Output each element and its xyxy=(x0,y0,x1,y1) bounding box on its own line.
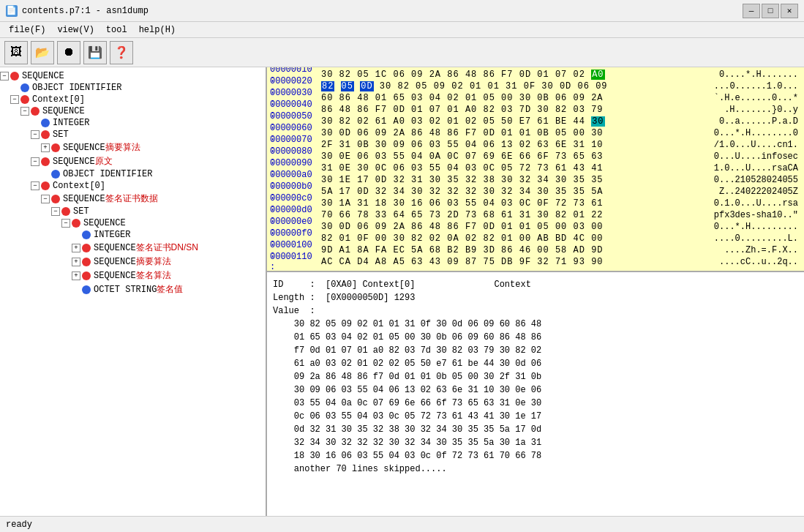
hex-row-0[interactable]: 00000010 : 30 82 05 1C 06 09 2A 86 48 86… xyxy=(267,69,804,80)
tree-label-cn-17: 签名值 xyxy=(157,283,183,296)
hex-row-7[interactable]: 00000080 : 30 0E 06 03 55 04 0A 0C 07 69… xyxy=(267,151,804,162)
expand-btn-15[interactable]: + xyxy=(72,258,80,266)
expand-btn-16[interactable]: + xyxy=(72,271,80,280)
tree-item-8[interactable]: OBJECT IDENTIFIER xyxy=(0,168,266,180)
hex-ascii-0: 0....*.H....... xyxy=(699,70,801,80)
hex-ascii-10: Z..24022202405Z xyxy=(699,187,801,197)
tree-item-3[interactable]: −SEQUENCE xyxy=(0,105,266,117)
detail-line-6: f7 0d 01 07 01 a0 82 03 7d 30 82 03 79 3… xyxy=(273,344,798,357)
node-dot-0 xyxy=(10,72,19,80)
tree-item-16[interactable]: +SEQUENCE 签名算法 xyxy=(0,269,266,282)
node-dot-7 xyxy=(41,157,50,166)
expand-btn-7[interactable]: − xyxy=(31,157,40,166)
expand-btn-14[interactable]: + xyxy=(72,244,80,252)
hex-area[interactable]: 00000010 : 30 82 05 1C 06 09 2A 86 48 86… xyxy=(267,67,804,272)
tree-item-14[interactable]: +SEQUENCE 签名证书DN/SN xyxy=(0,241,266,255)
hex-bytes-15: 9D A1 8A FA EC 5A 68 B2 B9 3D 86 46 00 5… xyxy=(321,245,699,255)
expand-btn-0[interactable]: − xyxy=(0,72,9,80)
detail-line-8: 09 2a 86 48 86 f7 0d 01 01 0b 05 00 30 2… xyxy=(273,370,798,383)
right-panel: 00000010 : 30 82 05 1C 06 09 2A 86 48 86… xyxy=(267,67,804,516)
maximize-button[interactable]: □ xyxy=(762,4,779,18)
tree-item-13[interactable]: INTEGER xyxy=(0,229,266,241)
hex-row-6[interactable]: 00000070 : 2F 31 0B 30 09 06 03 55 04 06… xyxy=(267,139,804,151)
tree-item-0[interactable]: −SEQUENCE xyxy=(0,70,266,82)
expand-btn-5[interactable]: − xyxy=(31,130,40,139)
hex-ascii-8: 1.0...U....rsaCA xyxy=(699,163,801,173)
status-text: ready xyxy=(6,520,798,530)
detail-line-15: another 70 lines skipped..... xyxy=(273,462,798,476)
tree-item-7[interactable]: −SEQUENCE 原文 xyxy=(0,154,266,168)
expand-btn-11[interactable]: − xyxy=(51,207,60,216)
toolbar-record-button[interactable]: ⏺ xyxy=(57,41,80,64)
tree-item-10[interactable]: −SEQUENCE 签名证书数据 xyxy=(0,192,266,206)
node-dot-3 xyxy=(31,107,40,116)
toolbar-help-button[interactable]: ❓ xyxy=(110,41,133,64)
toolbar-save-button[interactable]: 💾 xyxy=(83,41,107,64)
hex-row-10[interactable]: 000000b0 : 5A 17 0D 32 34 30 32 32 32 30… xyxy=(267,186,804,198)
expand-btn-2[interactable]: − xyxy=(10,95,19,104)
hex-row-3[interactable]: 00000040 : 86 48 86 F7 0D 01 07 01 A0 82… xyxy=(267,104,804,116)
toolbar-open-button[interactable]: 🖼 xyxy=(4,41,28,64)
tree-item-1[interactable]: OBJECT IDENTIFIER xyxy=(0,82,266,94)
expand-btn-3[interactable]: − xyxy=(20,107,29,116)
title-controls: — □ ✕ xyxy=(743,4,798,18)
hex-row-11[interactable]: 000000c0 : 30 1A 31 18 30 16 06 03 55 04… xyxy=(267,198,804,209)
expand-btn-12[interactable]: − xyxy=(61,219,70,228)
hex-row-14[interactable]: 000000f0 : 82 01 0F 00 30 82 02 0A 02 82… xyxy=(267,233,804,244)
hex-row-1[interactable]: 00000020 : 82 05 0D 30 82 05 09 02 01 01… xyxy=(267,80,804,92)
tree-item-17[interactable]: OCTET STRING 签名值 xyxy=(0,282,266,296)
hex-row-8[interactable]: 00000090 : 31 0E 30 0C 06 03 55 04 03 0C… xyxy=(267,162,804,174)
hex-row-15[interactable]: 00000100 : 9D A1 8A FA EC 5A 68 B2 B9 3D… xyxy=(267,244,804,256)
hex-ascii-3: .H.......}0..y xyxy=(699,105,801,115)
hex-row-13[interactable]: 000000e0 : 30 0D 06 09 2A 86 48 86 F7 0D… xyxy=(267,221,804,233)
tree-item-2[interactable]: −Context[0] xyxy=(0,94,266,105)
close-button[interactable]: ✕ xyxy=(781,4,798,18)
tree-panel[interactable]: −SEQUENCEOBJECT IDENTIFIER−Context[0]−SE… xyxy=(0,67,267,516)
hex-row-9[interactable]: 000000a0 : 30 1E 17 0D 32 31 30 35 32 38… xyxy=(267,174,804,186)
expand-btn-6[interactable]: + xyxy=(41,143,50,152)
node-dot-5 xyxy=(41,130,50,139)
tree-item-6[interactable]: +SEQUENCE 摘要算法 xyxy=(0,141,266,154)
toolbar-folder-button[interactable]: 📂 xyxy=(31,41,54,64)
tree-item-5[interactable]: −SET xyxy=(0,129,266,141)
tree-item-15[interactable]: +SEQUENCE 摘要算法 xyxy=(0,255,266,269)
menu-bar: file(F) view(V) tool help(H) xyxy=(0,22,804,38)
tree-label-cn-15: 摘要算法 xyxy=(136,255,171,268)
tree-label-14: SEQUENCE xyxy=(94,243,136,253)
hex-bytes-5: 30 0D 06 09 2A 86 48 86 F7 0D 01 01 0B 0… xyxy=(321,128,699,138)
hex-bytes-12: 70 66 78 33 64 65 73 2D 73 68 61 31 30 8… xyxy=(321,210,699,220)
menu-file[interactable]: file(F) xyxy=(3,23,51,37)
hex-row-12[interactable]: 000000d0 : 70 66 78 33 64 65 73 2D 73 68… xyxy=(267,209,804,221)
menu-tool[interactable]: tool xyxy=(100,23,133,37)
tree-label-0: SEQUENCE xyxy=(22,71,64,81)
menu-view[interactable]: view(V) xyxy=(51,23,99,37)
detail-area[interactable]: ID : [0XA0] Context[0] ContextLength : [… xyxy=(267,272,804,516)
tree-label-cn-6: 摘要算法 xyxy=(105,141,140,154)
tree-item-12[interactable]: −SEQUENCE xyxy=(0,217,266,229)
tree-item-4[interactable]: INTEGER xyxy=(0,117,266,129)
tree-label-16: SEQUENCE xyxy=(94,271,136,281)
node-dot-4 xyxy=(41,119,50,127)
node-dot-6 xyxy=(51,143,60,152)
hex-row-5[interactable]: 00000060 : 30 0D 06 09 2A 86 48 86 F7 0D… xyxy=(267,127,804,139)
minimize-button[interactable]: — xyxy=(743,4,760,18)
main-content: −SEQUENCEOBJECT IDENTIFIER−Context[0]−SE… xyxy=(0,67,804,516)
hex-row-2[interactable]: 00000030 : 60 86 48 01 65 03 04 02 01 05… xyxy=(267,92,804,104)
expand-btn-9[interactable]: − xyxy=(31,181,40,190)
hex-row-4[interactable]: 00000050 : 30 82 02 61 A0 03 02 01 02 05… xyxy=(267,116,804,127)
hex-bytes-10: 5A 17 0D 32 34 30 32 32 32 30 32 34 30 3… xyxy=(321,187,699,197)
expand-btn-10[interactable]: − xyxy=(41,195,50,203)
tree-label-12: SEQUENCE xyxy=(83,218,126,228)
hex-ascii-12: pfx3des-sha10.." xyxy=(699,210,801,220)
tree-item-11[interactable]: −SET xyxy=(0,206,266,217)
tree-label-7: SEQUENCE xyxy=(53,157,95,167)
title-bar-left: 📄 contents.p7:1 - asn1dump xyxy=(6,5,149,17)
hex-bytes-2: 60 86 48 01 65 03 04 02 01 05 00 30 0B 0… xyxy=(321,93,699,103)
tree-label-2: Context[0] xyxy=(32,94,85,105)
menu-help[interactable]: help(H) xyxy=(133,23,181,37)
tree-item-9[interactable]: −Context[0] xyxy=(0,180,266,192)
detail-line-10: 03 55 04 0a 0c 07 69 6e 66 6f 73 65 63 3… xyxy=(273,397,798,410)
hex-ascii-5: 0...*.H........0 xyxy=(699,128,801,138)
hex-row-16[interactable]: 00000110 : AC CA D4 A8 A5 63 43 09 87 75… xyxy=(267,256,804,268)
node-dot-10 xyxy=(51,195,60,203)
